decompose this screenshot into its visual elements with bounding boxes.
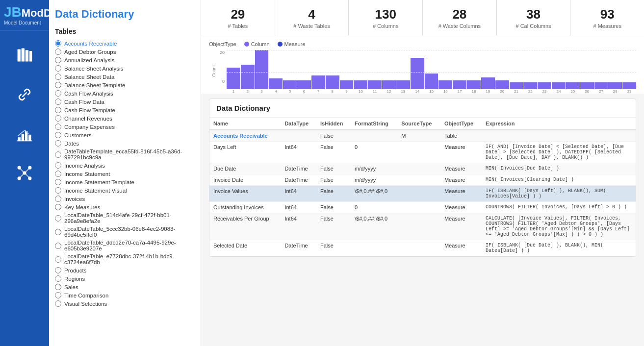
table-radio[interactable] — [55, 204, 61, 210]
bar-fill — [269, 78, 283, 89]
table-list-item[interactable]: Income Statement Visual — [55, 186, 195, 195]
bar-fill — [594, 82, 608, 89]
table-list-item[interactable]: Income Analysis — [55, 161, 195, 170]
table-radio[interactable] — [55, 74, 61, 80]
stat-card: 93# Measures — [570, 0, 644, 36]
bar-fill — [340, 80, 354, 89]
table-list-item[interactable]: Aged Debtor Groups — [55, 48, 195, 56]
table-list-item[interactable]: Dates — [55, 139, 195, 148]
table-radio[interactable] — [55, 275, 61, 282]
table-radio[interactable] — [55, 140, 61, 147]
dd-cell — [397, 174, 440, 186]
table-radio[interactable] — [55, 267, 61, 273]
table-list-item[interactable]: Products — [55, 266, 195, 274]
table-radio[interactable] — [55, 99, 61, 105]
dd-cell: Receivables Per Group — [209, 213, 281, 240]
table-list-item[interactable]: Sales — [55, 283, 195, 291]
table-radio[interactable] — [55, 107, 61, 113]
table-radio[interactable] — [55, 229, 61, 235]
table-name: Company Expenses — [64, 124, 115, 130]
svg-rect-5 — [22, 134, 24, 141]
table-list-item[interactable]: Annualized Analysis — [55, 56, 195, 64]
table-list-item[interactable]: LocalDateTable_e7728dbc-372f-4b1b-bdc9-c… — [55, 252, 195, 266]
table-list-item[interactable]: Channel Revenues — [55, 114, 195, 123]
table-radio[interactable] — [55, 243, 61, 249]
table-radio[interactable] — [55, 57, 61, 63]
dd-cell: DateTime — [281, 174, 316, 186]
stat-label: # Measures — [574, 23, 640, 29]
table-list-item[interactable]: DateTableTemplate_ecca55fd-816f-45b5-a36… — [55, 148, 195, 161]
svg-line-16 — [19, 173, 25, 178]
table-list-item[interactable]: LocalDateTable_5ccc32bb-06e8-4ec2-9083-6… — [55, 225, 195, 239]
bar-x-label: 19 — [481, 89, 495, 94]
table-list-item[interactable]: LocalDateTable_ddcd2e70-ca7a-4495-929e-e… — [55, 239, 195, 252]
table-list-item[interactable]: Income Statement — [55, 170, 195, 178]
table-radio[interactable] — [55, 124, 61, 130]
table-radio[interactable] — [55, 215, 61, 222]
table-radio[interactable] — [55, 40, 61, 47]
bar-fill — [438, 80, 452, 89]
dd-cell: Measure — [440, 174, 482, 186]
table-radio[interactable] — [55, 256, 61, 263]
bar-x-label: 3 — [255, 89, 269, 94]
table-list-item[interactable]: Accounts Receivable — [55, 39, 195, 48]
measure-dot — [278, 42, 283, 47]
chart-bar — [311, 50, 325, 89]
table-list-item[interactable]: Regions — [55, 274, 195, 283]
table-radio[interactable] — [55, 90, 61, 97]
table-list-item[interactable]: Income Statement Template — [55, 178, 195, 186]
link-icon[interactable] — [10, 80, 39, 109]
chart-bar — [382, 50, 396, 89]
books-icon[interactable] — [10, 41, 39, 70]
table-radio[interactable] — [55, 284, 61, 290]
table-name: Income Statement Visual — [64, 188, 127, 194]
table-list-item[interactable]: Key Measures — [55, 203, 195, 211]
table-list-item[interactable]: Customers — [55, 131, 195, 139]
chart-bar — [495, 50, 509, 89]
table-list-item[interactable]: Balance Sheet Template — [55, 81, 195, 89]
table-list-item[interactable]: Balance Sheet Analysis — [55, 64, 195, 73]
bar-x-label: 5 — [283, 89, 297, 94]
bar-fill — [354, 80, 367, 89]
table-radio[interactable] — [55, 132, 61, 138]
table-radio[interactable] — [55, 65, 61, 72]
table-radio[interactable] — [55, 179, 61, 185]
table-radio[interactable] — [55, 82, 61, 88]
bar-fill — [523, 82, 537, 89]
table-radio[interactable] — [55, 187, 61, 194]
dd-col-header: FormatString — [351, 118, 397, 130]
table-radio[interactable] — [55, 115, 61, 122]
dd-cell: M — [397, 130, 440, 142]
table-radio[interactable] — [55, 162, 61, 169]
legend-measure: Measure — [278, 41, 306, 47]
chart-bar — [227, 50, 240, 89]
table-name: Balance Sheet Data — [64, 74, 114, 80]
bar-x-label: 15 — [425, 89, 438, 94]
stat-number: 93 — [574, 7, 640, 22]
bar-x-label: 12 — [382, 89, 396, 94]
table-list-item[interactable]: Cash Flow Analysis — [55, 89, 195, 98]
table-radio[interactable] — [55, 151, 61, 158]
dd-cell: False — [316, 186, 351, 202]
table-list-item[interactable]: Invoices — [55, 195, 195, 203]
stat-number: 28 — [427, 7, 492, 22]
table-list-item[interactable]: Cash Flow Template — [55, 106, 195, 114]
bar-x-label: 22 — [523, 89, 537, 94]
table-list-item[interactable]: LocalDateTable_514d4afe-29cf-472f-bb01-2… — [55, 211, 195, 225]
app-logo: JBModDoc Model Document — [0, 0, 49, 31]
table-radio[interactable] — [55, 171, 61, 177]
chart-bar — [523, 50, 537, 89]
table-list-item[interactable]: Balance Sheet Data — [55, 73, 195, 81]
dd-cell: Days Left — [209, 142, 281, 163]
dd-col-header: DataType — [281, 118, 316, 130]
table-radio[interactable] — [55, 196, 61, 202]
table-list-item[interactable]: Visual Selections — [55, 299, 195, 308]
chart-icon[interactable] — [10, 119, 39, 148]
table-list-item[interactable]: Cash Flow Data — [55, 98, 195, 106]
table-radio[interactable] — [55, 49, 61, 55]
table-list-item[interactable]: Time Comparison — [55, 291, 195, 299]
network-icon[interactable] — [10, 158, 39, 188]
table-radio[interactable] — [55, 292, 61, 298]
table-list-item[interactable]: Company Expenses — [55, 123, 195, 131]
table-radio[interactable] — [55, 300, 61, 307]
